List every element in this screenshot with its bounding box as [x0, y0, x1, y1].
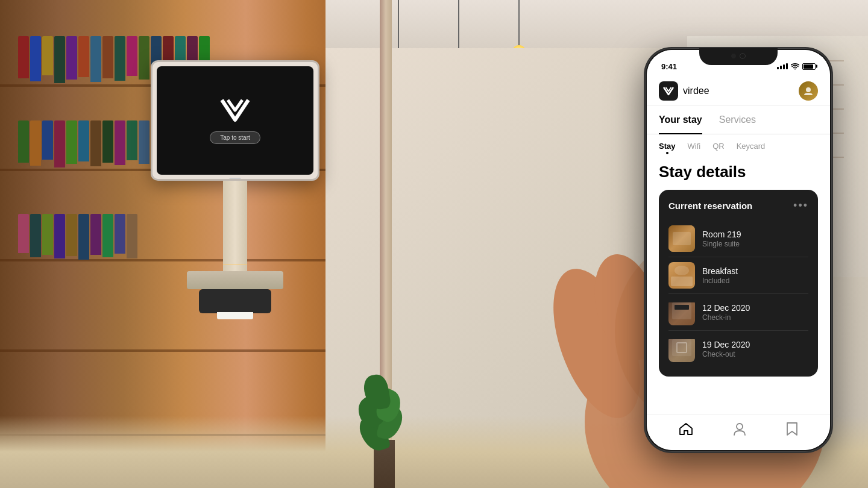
checkout-date: 19 Dec 2020	[702, 340, 808, 349]
checkout-info: 19 Dec 2020 Check-out	[702, 340, 808, 358]
subtab-stay[interactable]: Stay	[659, 142, 675, 153]
avatar[interactable]	[799, 81, 818, 101]
checkin-date: 12 Dec 2020	[702, 303, 808, 313]
room-info: Room 219 Single suite	[702, 230, 808, 248]
phone-screen: 9:41	[647, 50, 830, 450]
breakfast-info: Breakfast Included	[702, 266, 808, 285]
signal-icon	[777, 63, 788, 69]
nav-profile[interactable]	[734, 422, 746, 436]
room-name: Room 219	[702, 230, 808, 239]
kiosk-printer	[199, 289, 271, 313]
more-options-icon[interactable]: •••	[793, 199, 808, 212]
subtab-keycard[interactable]: Keycard	[737, 142, 766, 153]
svg-point-13	[737, 424, 743, 430]
nav-home[interactable]	[679, 423, 693, 435]
battery-icon	[802, 63, 816, 70]
content-area: Stay details Current reservation •••	[647, 158, 830, 414]
books-row-2	[18, 120, 149, 169]
phone-notch	[699, 48, 778, 65]
plant-decoration	[350, 368, 422, 488]
reservation-title: Current reservation	[668, 201, 752, 211]
books-row-3	[18, 214, 137, 262]
breakfast-name: Breakfast	[702, 266, 808, 276]
kiosk-screen-frame: Tap to start	[151, 60, 319, 181]
reservation-item-breakfast: Breakfast Included	[668, 257, 808, 294]
person-icon	[734, 422, 746, 436]
breakfast-thumbnail	[668, 262, 695, 289]
subtab-qr[interactable]: QR	[712, 142, 725, 153]
nav-tabs: Your stay Services	[647, 106, 830, 134]
sub-tabs: Stay Wifi QR Keycard	[647, 134, 830, 158]
home-icon	[679, 423, 693, 435]
checkin-info: 12 Dec 2020 Check-in	[702, 303, 808, 322]
svg-point-12	[806, 87, 811, 92]
room-sub: Single suite	[702, 240, 808, 248]
app-logo-area: virdee	[659, 81, 709, 101]
room-thumbnail	[668, 225, 695, 252]
app-header: virdee	[647, 77, 830, 106]
tab-your-stay[interactable]: Your stay	[659, 106, 702, 134]
background-scene: Tap to start	[0, 0, 868, 488]
wifi-icon	[791, 63, 799, 70]
reservation-item-checkout: 19 Dec 2020 Check-out	[668, 331, 808, 367]
bottom-nav	[647, 414, 830, 450]
phone-frame: 9:41	[645, 48, 832, 452]
reservation-item-room: Room 219 Single suite	[668, 221, 808, 257]
checkout-thumbnail	[668, 336, 695, 362]
reservation-card: Current reservation •••	[659, 190, 818, 377]
stay-details-title: Stay details	[659, 163, 818, 181]
status-time: 9:41	[661, 62, 677, 71]
subtab-wifi[interactable]: Wifi	[687, 142, 700, 153]
virdee-v-logo	[662, 86, 675, 96]
reservation-item-checkin: 12 Dec 2020 Check-in	[668, 294, 808, 331]
phone-content: 9:41	[647, 50, 830, 450]
bookmark-icon	[787, 422, 797, 436]
app-name: virdee	[683, 86, 709, 96]
reservation-header: Current reservation •••	[668, 199, 808, 212]
kiosk: Tap to start	[151, 60, 319, 313]
kiosk-logo	[217, 97, 253, 124]
checkout-label: Check-out	[702, 350, 808, 358]
status-icons	[777, 63, 816, 70]
hand-phone-container: 9:41	[476, 30, 868, 488]
kiosk-tap-to-start[interactable]: Tap to start	[210, 131, 260, 144]
checkin-thumbnail	[668, 299, 695, 325]
kiosk-stand	[223, 181, 247, 289]
kiosk-screen: Tap to start	[157, 66, 313, 175]
virdee-app-icon	[659, 81, 678, 101]
nav-saved[interactable]	[787, 422, 797, 436]
checkin-label: Check-in	[702, 313, 808, 322]
breakfast-sub: Included	[702, 277, 808, 285]
tab-services[interactable]: Services	[719, 106, 756, 134]
avatar-icon	[804, 86, 813, 96]
